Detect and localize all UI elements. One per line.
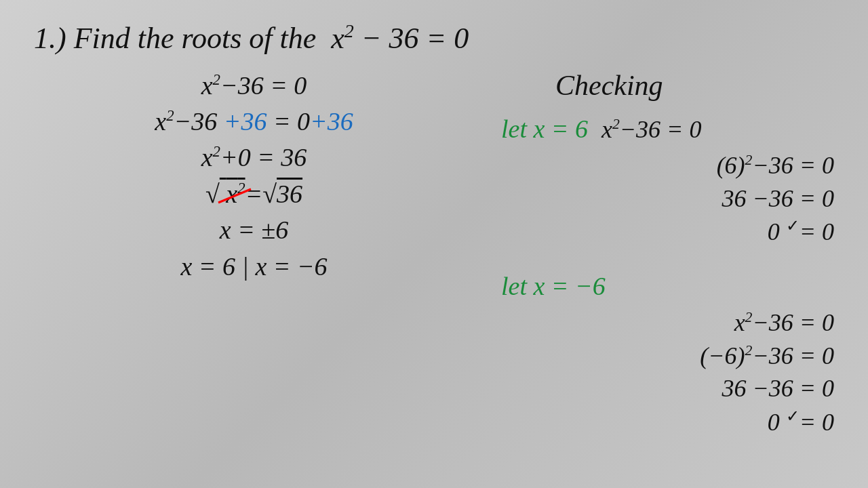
check1-eq1: x2−36 = 0: [601, 113, 701, 146]
title-equation: x2 − 36 = 0: [331, 22, 469, 55]
check1-eq4: 0 ✓= 0: [768, 215, 834, 249]
check1-let: let x = 6: [501, 112, 588, 146]
checking-section: Checking let x = 6 x2−36 = 0 (6)2−36 = 0: [474, 69, 834, 453]
step-1: x2−36 = 0: [201, 69, 307, 102]
step-6: x = 6 | x = −6: [180, 250, 327, 283]
checking-title: Checking: [555, 69, 868, 102]
step-4: √ x2 =√36: [205, 178, 302, 211]
check-section-1: let x = 6 x2−36 = 0 (6)2−36 = 0 36 −36 =…: [501, 112, 834, 249]
svg-line-0: [218, 189, 251, 203]
step-2: x2−36 +36 = 0+36: [155, 105, 353, 138]
step-3: x2+0 = 36: [201, 141, 307, 174]
check1-eq2: (6)2−36 = 0: [717, 149, 834, 182]
check2-eq1: x2−36 = 0: [734, 306, 834, 340]
check1-steps: (6)2−36 = 0 36 −36 = 0 0 ✓= 0: [501, 149, 834, 249]
check-section-2: let x = −6 x2−36 = 0 (−6)2−36 = 0 36 −36…: [501, 269, 834, 439]
page: 1.) Find the roots of the x2 − 36 = 0 x2…: [0, 0, 868, 488]
check2-let: let x = −6: [501, 269, 834, 304]
solution-steps: x2−36 = 0 x2−36 +36 = 0+36 x2+0 = 36 √ x…: [34, 69, 474, 453]
check2-eq3: 36 −36 = 0: [722, 372, 834, 405]
check2-eq4: 0 ✓= 0: [768, 405, 834, 439]
title-prefix: 1.) Find the roots of the: [34, 22, 316, 55]
problem-title: 1.) Find the roots of the x2 − 36 = 0: [34, 20, 834, 56]
check2-eq2: (−6)2−36 = 0: [700, 340, 834, 373]
content-area: x2−36 = 0 x2−36 +36 = 0+36 x2+0 = 36 √ x…: [34, 69, 834, 453]
check2-steps: x2−36 = 0 (−6)2−36 = 0 36 −36 = 0 0 ✓= 0: [501, 306, 834, 439]
check1-eq3: 36 −36 = 0: [722, 182, 834, 216]
step-5: x = ±6: [220, 214, 288, 247]
